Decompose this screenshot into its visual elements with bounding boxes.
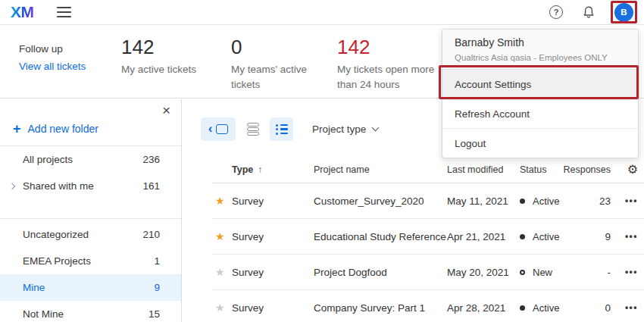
sidebar-item-count: 1 xyxy=(154,255,160,267)
last-modified-cell: May 11, 2021 xyxy=(447,195,520,207)
status-label: Active xyxy=(533,231,559,242)
sidebar-item-shared-with-me[interactable]: Shared with me161 xyxy=(0,173,181,199)
sidebar-item-count: 15 xyxy=(148,308,160,320)
sidebar-item-emea-projects[interactable]: EMEA Projects1 xyxy=(0,248,181,274)
plus-icon: + xyxy=(13,122,21,136)
folder-icon xyxy=(216,124,228,134)
project-type-cell: Survey xyxy=(232,302,314,314)
add-new-folder-button[interactable]: + Add new folder xyxy=(13,122,98,136)
responses-cell: 23 xyxy=(599,195,615,207)
status-cell: Active xyxy=(520,231,589,242)
chevron-left-icon: ‹ xyxy=(208,122,213,135)
last-modified-cell: Apr 28, 2021 xyxy=(447,302,520,314)
more-options-icon[interactable]: ••• xyxy=(625,302,644,313)
follow-up-title: Follow up xyxy=(19,43,86,55)
stat-tickets-open-24h: 142 My tickets open more than 24 hours xyxy=(337,36,451,92)
menu-item-account-settings[interactable]: Account Settings xyxy=(442,70,638,100)
project-name-cell: Educational Study Reference xyxy=(314,231,447,242)
sidebar-item-not-mine[interactable]: Not Mine15 xyxy=(0,301,181,322)
status-label: Active xyxy=(533,302,559,314)
view-all-tickets-link[interactable]: View all tickets xyxy=(19,61,86,72)
star-icon-filled[interactable]: ★ xyxy=(212,195,225,206)
add-folder-label: Add new folder xyxy=(28,123,98,135)
project-name-cell: Project Dogfood xyxy=(314,267,447,278)
sidebar-item-uncategorized[interactable]: Uncategorized210 xyxy=(0,221,181,248)
sidebar-group-main: All projects236Shared with me161 xyxy=(0,146,181,199)
star-icon-empty[interactable]: ★ xyxy=(212,302,225,313)
project-type-filter[interactable]: Project type xyxy=(312,123,378,135)
last-modified-cell: Apr 21, 2021 xyxy=(447,231,520,242)
notifications-bell-icon[interactable] xyxy=(582,5,596,20)
stat-label: My teams' active tickets xyxy=(231,62,320,92)
column-header-type[interactable]: Type ↑ xyxy=(232,164,314,175)
menu-item-logout[interactable]: Logout xyxy=(442,129,638,158)
sidebar-item-mine[interactable]: Mine9 xyxy=(0,274,181,301)
stat-label: My tickets open more than 24 hours xyxy=(337,62,451,92)
status-dot-new xyxy=(520,270,525,275)
sidebar-item-label: EMEA Projects xyxy=(23,255,91,267)
star-icon-filled[interactable]: ★ xyxy=(212,231,225,242)
last-modified-cell: May 20, 2021 xyxy=(447,267,520,278)
follow-up-block: Follow up View all tickets xyxy=(19,43,86,72)
hamburger-menu-icon[interactable] xyxy=(57,7,71,17)
column-header-modified[interactable]: Last modified xyxy=(447,164,520,175)
status-dot-active xyxy=(520,199,525,204)
table-row-company-survey-part-1[interactable]: ★SurveyCompany Survey: Part 1Apr 28, 202… xyxy=(212,290,644,322)
top-bar: XM ? B xyxy=(0,0,644,25)
sidebar-item-label: Uncategorized xyxy=(23,229,89,240)
project-name-cell: Customer_Survey_2020 xyxy=(314,195,447,207)
project-name-cell: Company Survey: Part 1 xyxy=(314,302,447,314)
stat-team-active-tickets: 0 My teams' active tickets xyxy=(231,36,320,92)
divider xyxy=(0,218,181,219)
table-settings-gear-icon[interactable]: ⚙ xyxy=(627,164,644,176)
status-dot-active xyxy=(520,234,525,239)
close-icon[interactable]: × xyxy=(162,103,170,117)
sidebar-item-count: 236 xyxy=(142,154,160,165)
folders-sidebar: × + Add new folder All projects236Shared… xyxy=(0,99,182,322)
table-body: ★SurveyCustomer_Survey_2020May 11, 2021A… xyxy=(212,183,644,322)
projects-table: Type ↑ Project name Last modified Status… xyxy=(212,149,644,322)
responses-cell: - xyxy=(608,267,616,278)
sidebar-item-count: 9 xyxy=(154,282,160,293)
status-cell: Active xyxy=(520,195,589,207)
status-label: Active xyxy=(533,195,559,207)
sort-ascending-icon: ↑ xyxy=(258,164,262,175)
account-info: Barnaby Smith Qualtrics Asia qasia - Emp… xyxy=(442,30,638,70)
stat-label: My active tickets xyxy=(121,62,196,77)
sidebar-item-count: 161 xyxy=(142,180,160,192)
project-type-label: Project type xyxy=(312,123,366,135)
menu-item-refresh-account[interactable]: Refresh Account xyxy=(442,100,638,129)
column-header-responses[interactable]: Responses xyxy=(563,164,615,175)
sidebar-item-label: Shared with me xyxy=(23,180,94,192)
help-icon[interactable]: ? xyxy=(549,5,563,19)
stat-value: 142 xyxy=(337,36,451,58)
more-options-icon[interactable]: ••• xyxy=(625,231,644,242)
responses-cell: 0 xyxy=(605,302,615,314)
more-options-icon[interactable]: ••• xyxy=(625,195,644,206)
star-icon-empty[interactable]: ★ xyxy=(212,267,225,277)
app-screen: XM ? B Follow up View all tickets 142 My… xyxy=(0,0,644,322)
project-type-cell: Survey xyxy=(232,195,314,207)
user-avatar[interactable]: B xyxy=(614,3,633,22)
table-row-project-dogfood[interactable]: ★SurveyProject DogfoodMay 20, 2021New-••… xyxy=(212,255,644,290)
project-type-cell: Survey xyxy=(232,231,314,242)
chevron-right-icon xyxy=(9,183,15,189)
list-view-button[interactable] xyxy=(270,117,293,141)
sidebar-item-label: All projects xyxy=(23,154,73,165)
sidebar-item-all-projects[interactable]: All projects236 xyxy=(0,146,181,173)
table-row-customer-survey-2020[interactable]: ★SurveyCustomer_Survey_2020May 11, 2021A… xyxy=(212,183,644,219)
status-cell: New xyxy=(520,267,589,278)
collapse-folders-button[interactable]: ‹ xyxy=(201,117,236,141)
sidebar-item-label: Not Mine xyxy=(23,308,64,320)
column-header-name[interactable]: Project name xyxy=(314,164,447,175)
project-type-cell: Survey xyxy=(232,267,314,278)
stack-view-icon[interactable] xyxy=(247,123,259,136)
account-org: Qualtrics Asia qasia - Employees ONLY xyxy=(455,53,626,63)
table-row-educational-study-reference[interactable]: ★SurveyEducational Study ReferenceApr 21… xyxy=(212,219,644,255)
status-cell: Active xyxy=(520,302,589,314)
status-dot-active xyxy=(520,305,525,311)
account-dropdown-menu: Barnaby Smith Qualtrics Asia qasia - Emp… xyxy=(442,29,639,158)
more-options-icon[interactable]: ••• xyxy=(625,267,644,277)
status-label: New xyxy=(533,267,552,278)
stat-my-active-tickets: 142 My active tickets xyxy=(121,36,196,77)
